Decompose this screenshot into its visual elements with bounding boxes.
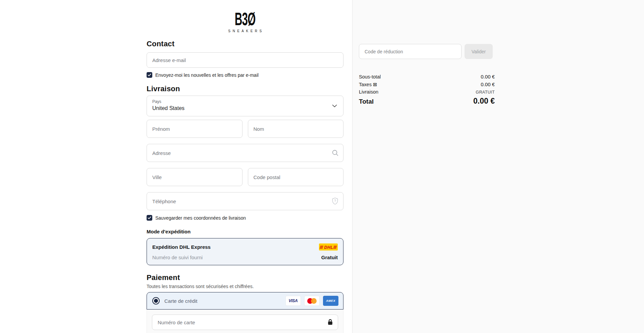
chevron-down-icon [332,105,337,108]
credit-card-radio[interactable] [152,297,160,304]
taxes-value: 0.00 € [481,81,495,87]
last-name-input[interactable] [248,120,344,138]
city-postal-row [147,168,343,186]
checkout-form-column: B3Ø SNEAKERS Contact Envoyez-moi les nou… [147,0,343,333]
phone-input[interactable] [147,192,343,210]
apply-discount-button[interactable]: Valider [465,44,493,59]
shipping-method-heading: Mode d'expédition [147,229,343,234]
payment-heading: Paiement [147,273,343,282]
shipping-option-bottom-row: Numéro de suivi fourni Gratuit [152,255,338,260]
checkout-page: B3Ø SNEAKERS Contact Envoyez-moi les nou… [0,0,644,333]
payment-section: Paiement Toutes les transactions sont sé… [147,273,343,333]
country-select[interactable]: Pays United States [147,96,343,116]
newsletter-label: Envoyez-moi les nouvelles et les offres … [155,72,259,78]
save-info-label: Sauvegarder mes coordonnées de livraison [155,215,246,221]
amex-badge-text: AMEX [326,299,335,302]
save-info-option[interactable]: Sauvegarder mes coordonnées de livraison [147,215,343,221]
contact-heading: Contact [147,40,343,48]
subtotal-row: Sous-total 0.00 € [359,74,495,79]
radio-dot [154,299,158,303]
shipping-option-note: Numéro de suivi fourni [152,255,203,260]
shipping-cost-row: Livraison GRATUIT [359,89,495,95]
shipping-section: Livraison Pays United States [147,85,343,265]
mastercard-orange-circle [311,298,317,304]
name-fields-row [147,120,343,138]
newsletter-checkbox[interactable] [147,72,152,78]
svg-text:?: ? [334,199,336,203]
brand-subtitle: SNEAKERS [147,29,343,33]
order-summary-pane: Valider Sous-total 0.00 € Taxes ⊠ 0.00 €… [352,0,644,333]
phone-field: ? [147,192,343,210]
search-icon [332,150,339,157]
total-value: 0.00 € [473,97,495,106]
discount-row: Valider [359,44,644,59]
amex-badge-icon: AMEX [323,296,338,306]
country-select-value: United States [152,105,338,111]
mastercard-badge-icon [304,296,320,306]
payment-subtitle: Toutes les transactions sont sécurisées … [147,284,343,289]
country-select-label: Pays [152,99,338,104]
email-input[interactable] [147,52,343,68]
subtotal-label: Sous-total [359,74,381,79]
subtotal-value: 0.00 € [481,74,495,79]
discount-code-input[interactable] [359,44,462,59]
shipping-heading: Livraison [147,85,343,93]
lock-icon [327,319,333,326]
card-number-field [152,315,338,330]
address-input[interactable] [147,144,343,162]
total-label: Total [359,98,374,105]
dhl-logo: DHL [319,243,338,251]
postal-code-input[interactable] [248,168,344,186]
address-field [147,144,343,162]
first-name-input[interactable] [147,120,243,138]
shipping-option-top-row: Expédition DHL Express DHL [152,243,338,251]
shipping-cost-value: GRATUIT [476,90,495,95]
check-icon [148,73,151,76]
credit-card-form [147,310,343,333]
visa-badge-icon: VISA [285,296,301,306]
taxes-label: Taxes ⊠ [359,82,377,87]
visa-badge-text: VISA [289,298,298,303]
credit-card-label: Carte de crédit [164,298,197,304]
newsletter-option[interactable]: Envoyez-moi les nouvelles et les offres … [147,72,343,78]
dhl-logo-text: DHL [324,245,333,250]
store-logo[interactable]: B3Ø SNEAKERS [147,14,343,33]
city-input[interactable] [147,168,243,186]
payment-method-credit-card[interactable]: Carte de crédit VISA AMEX [147,292,343,310]
save-info-checkbox[interactable] [147,215,152,221]
check-icon [148,216,151,219]
shipping-option-name: Expédition DHL Express [152,244,211,250]
card-number-input[interactable] [152,315,338,330]
checkout-main: B3Ø SNEAKERS Contact Envoyez-moi les nou… [0,0,352,333]
totals-block: Sous-total 0.00 € Taxes ⊠ 0.00 € Livrais… [359,74,495,106]
taxes-row: Taxes ⊠ 0.00 € [359,81,495,87]
mastercard-circles [307,298,317,304]
help-shield-icon[interactable]: ? [331,197,339,205]
contact-section: Contact Envoyez-moi les nouvelles et les… [147,40,343,78]
brand-wordmark: B3Ø [235,10,256,28]
total-row: Total 0.00 € [359,97,495,106]
shipping-cost-label: Livraison [359,89,378,95]
shipping-option-price: Gratuit [321,255,338,260]
card-brand-badges: VISA AMEX [285,296,338,306]
shipping-option-dhl[interactable]: Expédition DHL Express DHL [147,238,343,265]
